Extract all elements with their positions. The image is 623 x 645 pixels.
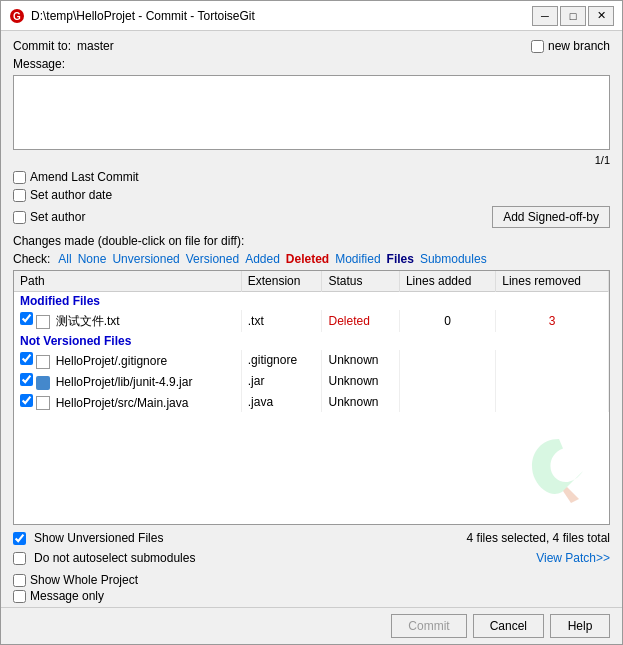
file-list-container: Path Extension Status Lines added Lines … xyxy=(13,270,610,525)
set-author-label: Set author xyxy=(30,210,85,224)
show-whole-project-label: Show Whole Project xyxy=(30,573,138,587)
file-checkbox-2[interactable] xyxy=(20,352,33,365)
message-only-checkbox[interactable] xyxy=(13,590,26,603)
file-ext-3: .jar xyxy=(241,371,322,392)
file-checkbox-3[interactable] xyxy=(20,373,33,386)
close-button[interactable]: ✕ xyxy=(588,6,614,26)
file-name-4: HelloProjet/src/Main.java xyxy=(56,396,189,410)
app-icon: G xyxy=(9,8,25,24)
file-name-2: HelloProjet/.gitignore xyxy=(56,354,167,368)
check-files-link[interactable]: Files xyxy=(385,252,416,266)
file-lines-added-4 xyxy=(399,392,495,413)
file-status-2: Unknown xyxy=(322,350,399,371)
file-doc-icon xyxy=(36,315,50,329)
file-lines-added-2 xyxy=(399,350,495,371)
help-button[interactable]: Help xyxy=(550,614,610,638)
check-label: Check: xyxy=(13,252,50,266)
file-lines-removed-2 xyxy=(496,350,609,371)
show-whole-project-checkbox[interactable] xyxy=(13,574,26,587)
check-all-link[interactable]: All xyxy=(56,252,73,266)
file-check-cell: HelloProjet/lib/junit-4.9.jar xyxy=(14,371,241,392)
minimize-button[interactable]: ─ xyxy=(532,6,558,26)
col-extension: Extension xyxy=(241,271,322,292)
file-ext-4: .java xyxy=(241,392,322,413)
view-patch-link[interactable]: View Patch>> xyxy=(536,551,610,565)
check-deleted-link[interactable]: Deleted xyxy=(284,252,331,266)
file-lines-removed-3 xyxy=(496,371,609,392)
file-lines-removed-4 xyxy=(496,392,609,413)
amend-checkbox[interactable] xyxy=(13,171,26,184)
file-checkbox-4[interactable] xyxy=(20,394,33,407)
message-label-row: Message: xyxy=(13,57,610,71)
file-checkbox-1[interactable] xyxy=(20,312,33,325)
cancel-button[interactable]: Cancel xyxy=(473,614,544,638)
table-row[interactable]: HelloProjet/.gitignore .gitignore Unknow… xyxy=(14,350,609,371)
file-ext-2: .gitignore xyxy=(241,350,322,371)
show-unversioned-label: Show Unversioned Files xyxy=(34,531,163,545)
file-lines-added-1: 0 xyxy=(399,310,495,332)
col-lines-added: Lines added xyxy=(399,271,495,292)
section-modified-header: Modified Files xyxy=(14,292,609,311)
files-selected-text: 4 files selected, 4 files total xyxy=(467,531,610,545)
new-branch-checkbox[interactable] xyxy=(531,40,544,53)
message-label: Message: xyxy=(13,57,65,71)
titlebar: G D:\temp\HelloProjet - Commit - Tortois… xyxy=(1,1,622,31)
bottom-buttons: Commit Cancel Help xyxy=(1,607,622,644)
col-lines-removed: Lines removed xyxy=(496,271,609,292)
bottom-checks: Show Whole Project Message only xyxy=(1,573,622,607)
add-signed-off-button[interactable]: Add Signed-off-by xyxy=(492,206,610,228)
set-author-date-checkbox[interactable] xyxy=(13,189,26,202)
table-row[interactable]: 测试文件.txt .txt Deleted 0 3 xyxy=(14,310,609,332)
set-author-date-row: Set author date xyxy=(13,188,610,202)
message-textarea[interactable] xyxy=(13,75,610,150)
file-doc-icon-2 xyxy=(36,355,50,369)
file-jar-icon xyxy=(36,376,50,390)
section-unversioned-header: Not Versioned Files xyxy=(14,332,609,350)
show-whole-project-row: Show Whole Project xyxy=(13,573,610,587)
check-unversioned-link[interactable]: Unversioned xyxy=(110,252,181,266)
check-submodules-link[interactable]: Submodules xyxy=(418,252,489,266)
file-status-4: Unknown xyxy=(322,392,399,413)
show-unversioned-checkbox[interactable] xyxy=(13,532,26,545)
commit-to-branch: master xyxy=(77,39,114,53)
commit-button[interactable]: Commit xyxy=(391,614,466,638)
set-author-row: Set author Add Signed-off-by xyxy=(13,206,610,228)
table-row[interactable]: HelloProjet/lib/junit-4.9.jar .jar Unkno… xyxy=(14,371,609,392)
check-none-link[interactable]: None xyxy=(76,252,109,266)
file-check-cell: 测试文件.txt xyxy=(14,310,241,332)
commit-to-label: Commit to: xyxy=(13,39,71,53)
do-not-autoselect-label: Do not autoselect submodules xyxy=(34,551,195,565)
window-controls: ─ □ ✕ xyxy=(532,6,614,26)
file-check-cell: HelloProjet/src/Main.java xyxy=(14,392,241,413)
changes-label: Changes made (double-click on file for d… xyxy=(13,234,610,248)
window-title: D:\temp\HelloProjet - Commit - TortoiseG… xyxy=(31,9,532,23)
file-name-1: 测试文件.txt xyxy=(56,314,120,328)
file-table: Path Extension Status Lines added Lines … xyxy=(14,271,609,412)
file-status-1: Deleted xyxy=(322,310,399,332)
check-row: Check: All None Unversioned Versioned Ad… xyxy=(13,252,610,266)
set-author-date-label: Set author date xyxy=(30,188,112,202)
set-author-checkbox[interactable] xyxy=(13,211,26,224)
content-area: Commit to: master new branch Message: 1/… xyxy=(1,31,622,573)
file-lines-added-3 xyxy=(399,371,495,392)
table-row[interactable]: HelloProjet/src/Main.java .java Unknown xyxy=(14,392,609,413)
file-lines-removed-1: 3 xyxy=(496,310,609,332)
bottom-row-1b: Do not autoselect submodules View Patch>… xyxy=(13,551,610,565)
table-header-row: Path Extension Status Lines added Lines … xyxy=(14,271,609,292)
check-added-link[interactable]: Added xyxy=(243,252,282,266)
message-counter: 1/1 xyxy=(13,154,610,166)
file-status-3: Unknown xyxy=(322,371,399,392)
watermark xyxy=(519,431,599,514)
do-not-autoselect-checkbox[interactable] xyxy=(13,552,26,565)
file-check-cell: HelloProjet/.gitignore xyxy=(14,350,241,371)
file-name-3: HelloProjet/lib/junit-4.9.jar xyxy=(56,375,193,389)
check-versioned-link[interactable]: Versioned xyxy=(184,252,241,266)
commit-to-row: Commit to: master new branch xyxy=(13,39,610,53)
amend-label: Amend Last Commit xyxy=(30,170,139,184)
message-only-row: Message only xyxy=(13,589,610,603)
check-modified-link[interactable]: Modified xyxy=(333,252,382,266)
new-branch-label: new branch xyxy=(548,39,610,53)
amend-row: Amend Last Commit xyxy=(13,170,610,184)
bottom-row-1: Show Unversioned Files 4 files selected,… xyxy=(13,531,610,545)
maximize-button[interactable]: □ xyxy=(560,6,586,26)
